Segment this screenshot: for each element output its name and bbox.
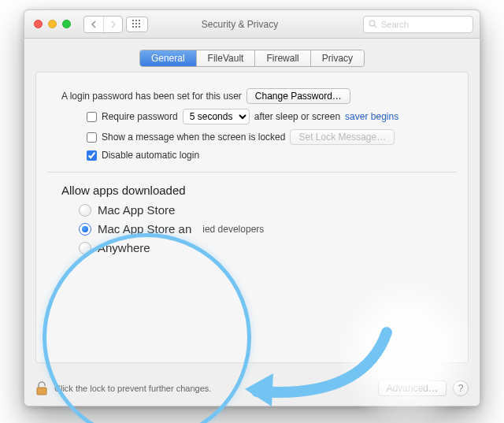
search-icon [369,20,377,28]
minimize-icon[interactable] [48,20,57,28]
search-input[interactable] [381,20,468,29]
radio-mac-app-store-identified[interactable]: Mac App Store an ied developers [79,222,457,236]
window-controls [31,20,71,28]
svg-rect-2 [37,388,46,395]
grid-icon [132,20,142,29]
require-password-checkbox[interactable] [87,112,97,122]
radio-label: Mac App Store [98,203,175,217]
show-message-checkbox[interactable] [87,132,97,143]
window-title: Security & Privacy [154,19,357,30]
separator [47,172,457,173]
svg-point-0 [369,20,375,26]
tab-filevault[interactable]: FileVault [197,50,256,66]
tab-firewall[interactable]: Firewall [255,50,310,66]
require-password-row: Require password 5 seconds after sleep o… [87,109,457,124]
svg-line-1 [374,25,376,28]
allow-apps-radiogroup: Mac App Store Mac App Store an ied devel… [79,203,457,254]
tab-general[interactable]: General [140,50,197,66]
tab-privacy[interactable]: Privacy [311,50,364,66]
screensaver-link[interactable]: saver begins [345,111,398,122]
require-password-label-post: after sleep or screen [254,111,340,122]
radio-icon [79,242,91,254]
radio-mac-app-store[interactable]: Mac App Store [79,203,457,217]
require-password-label-pre: Require password [102,111,178,122]
window-titlebar: Security & Privacy [24,10,480,39]
login-password-text: A login password has been set for this u… [61,91,242,102]
disable-auto-login-checkbox[interactable] [87,150,97,161]
show-message-label: Show a message when the screen is locked [102,132,285,143]
allow-apps-title: Allow apps downloaded [61,184,457,197]
radio-label: Anywhere [98,241,150,254]
nav-back-forward [83,16,123,33]
change-password-button[interactable]: Change Password… [246,88,350,104]
close-icon[interactable] [34,20,43,28]
radio-anywhere[interactable]: Anywhere [79,241,457,254]
require-delay-select[interactable]: 5 seconds [183,109,250,124]
tabs-group: General FileVault Firewall Privacy [24,50,480,67]
help-button[interactable]: ? [453,380,469,396]
lock-icon[interactable] [35,380,48,396]
disable-auto-login-row: Disable automatic login [87,150,457,161]
radio-label: Mac App Store an [98,222,191,236]
show-all-button[interactable] [126,17,148,32]
show-message-row: Show a message when the screen is locked… [87,129,457,145]
set-lock-message-button[interactable]: Set Lock Message… [290,129,395,145]
disable-auto-login-label: Disable automatic login [102,150,199,161]
forward-button[interactable] [103,17,122,32]
search-field[interactable] [363,16,473,33]
login-password-row: A login password has been set for this u… [61,88,457,104]
zoom-icon[interactable] [62,20,71,28]
back-button[interactable] [84,17,103,32]
radio-label-tail: ied developers [202,224,264,235]
radio-icon [79,223,91,236]
radio-icon [79,204,91,217]
advanced-button[interactable]: Advanced… [378,380,447,396]
general-panel: A login password has been set for this u… [35,72,469,363]
lock-text: Click the lock to prevent further change… [54,384,211,393]
preferences-window: Security & Privacy General FileVault Fir… [24,9,480,406]
footer: Click the lock to prevent further change… [24,374,480,406]
